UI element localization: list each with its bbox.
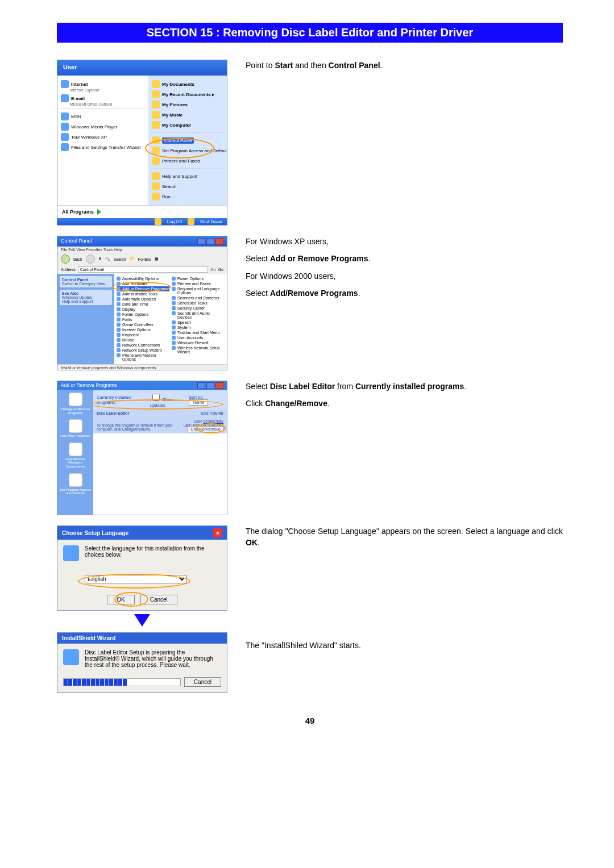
ok-button[interactable]: OK <box>107 595 134 604</box>
start-program-access[interactable]: Set Program Access and Defaults <box>151 145 225 156</box>
folder-icon <box>152 111 160 119</box>
start-recent-documents[interactable]: My Recent Documents ▸ <box>151 89 225 99</box>
cp-applet[interactable]: Scanners and Cameras <box>172 295 225 301</box>
cp-applet[interactable]: Add Hardware <box>117 281 169 286</box>
start-control-panel[interactable]: Control Panel <box>151 135 225 145</box>
step-3: Add or Remove Programs Change or Remove … <box>57 381 563 515</box>
cp-applet[interactable]: Network Setup Wizard <box>117 348 169 353</box>
arp-side-button[interactable]: Add/Remove Windows Components <box>60 443 91 469</box>
start-search[interactable]: Search <box>151 181 225 191</box>
cp-applet[interactable]: Regional and Language Options <box>172 286 225 295</box>
views-icon[interactable]: ▦ <box>155 257 159 261</box>
close-icon[interactable]: × <box>213 528 222 537</box>
arp-side-pane: Change or Remove ProgramsAdd New Program… <box>57 390 93 515</box>
start-fst[interactable]: Files and Settings Transfer Wizard <box>60 142 146 152</box>
change-remove-button[interactable]: Change/Remove <box>188 426 223 432</box>
cp-applet[interactable]: System <box>172 325 225 330</box>
start-my-pictures[interactable]: My Pictures <box>151 99 225 110</box>
cp-toolbar[interactable]: Back ⬆ 🔍Search 📁Folders ▦ <box>57 253 227 265</box>
sort-dropdown[interactable]: Name <box>189 399 208 406</box>
cp-icon-grid: Accessibility OptionsAdd HardwareAdd or … <box>114 274 227 364</box>
cp-help-support[interactable]: Help and Support <box>62 299 93 303</box>
screenshot-control-panel: Control Panel File Edit View Favorites T… <box>57 236 227 370</box>
cp-applet[interactable]: User Accounts <box>172 335 225 340</box>
start-all-programs[interactable]: All Programs <box>57 205 227 218</box>
logoff-button[interactable]: Log Off <box>167 219 182 224</box>
cp-applet[interactable]: Sounds and Audio Devices <box>172 311 225 320</box>
control-panel-icon <box>152 136 160 144</box>
arp-program-row[interactable]: Disc Label Editor Size 4.98MB <box>93 410 227 417</box>
window-buttons[interactable] <box>197 382 223 389</box>
arp-header: Currently installed programs: Show updat… <box>93 390 227 410</box>
cp-applet[interactable]: Power Options <box>172 276 225 281</box>
cancel-button[interactable]: Cancel <box>140 595 177 604</box>
wmp-icon <box>61 123 69 131</box>
start-msn[interactable]: MSN <box>60 111 146 122</box>
cp-applet[interactable]: Accessibility Options <box>117 276 169 281</box>
show-updates-checkbox[interactable] <box>152 394 160 401</box>
go-button[interactable]: Go <box>210 268 215 272</box>
cp-applet[interactable]: Printers and Faxes <box>172 281 225 286</box>
cp-applet[interactable]: Add or Remove Programs <box>117 286 169 291</box>
shutdown-button[interactable]: Shut Down <box>200 219 222 224</box>
start-printers-faxes[interactable]: Printers and Faxes <box>151 156 225 166</box>
cp-applet[interactable]: Administrative Tools <box>117 291 169 297</box>
cp-applet[interactable]: Taskbar and Start Menu <box>172 330 225 335</box>
page-number: 49 <box>57 716 563 725</box>
cp-applet[interactable]: Mouse <box>117 337 169 343</box>
cp-applet[interactable]: Windows Firewall <box>172 340 225 345</box>
arp-side-button[interactable]: Set Program Access and Defaults <box>60 473 91 495</box>
start-run[interactable]: Run... <box>151 191 225 202</box>
cp-applet[interactable]: Wireless Network Setup Wizard <box>172 345 225 354</box>
logoff-icon <box>155 218 161 225</box>
language-select[interactable]: English <box>85 575 187 583</box>
start-tour[interactable]: Tour Windows XP <box>60 132 146 142</box>
window-buttons[interactable] <box>197 238 223 245</box>
cp-applet[interactable]: Security Center <box>172 306 225 311</box>
cp-applet[interactable]: Keyboard <box>117 332 169 337</box>
up-icon[interactable]: ⬆ <box>98 257 102 261</box>
mail-icon <box>61 94 69 102</box>
page: SECTION 15 : Removing Disc Label Editor … <box>0 0 614 748</box>
cp-applet[interactable]: Scheduled Tasks <box>172 301 225 306</box>
cp-applet[interactable]: Fonts <box>117 317 169 322</box>
start-my-computer[interactable]: My Computer <box>151 120 225 130</box>
cp-applet[interactable]: Phone and Modem Options <box>117 353 169 362</box>
tour-icon <box>61 133 69 141</box>
cp-menubar[interactable]: File Edit View Favorites Tools Help <box>57 247 227 253</box>
search-icon[interactable]: 🔍 <box>105 257 110 261</box>
cp-applet[interactable]: Automatic Updates <box>117 297 169 302</box>
cp-applet[interactable]: Folder Options <box>117 312 169 317</box>
arp-side-button[interactable]: Change or Remove Programs <box>60 393 91 415</box>
cp-side-pane: Control PanelSwitch to Category View See… <box>57 274 114 364</box>
cancel-button[interactable]: Cancel <box>184 677 221 687</box>
start-wmp[interactable]: Windows Media Player <box>60 122 146 132</box>
cp-windows-update[interactable]: Windows Update <box>62 295 92 299</box>
cp-addressbar[interactable]: Address GoGo <box>57 265 227 274</box>
back-icon[interactable] <box>61 254 70 264</box>
cp-applet[interactable]: Display <box>117 307 169 312</box>
cp-applet[interactable]: Game Controllers <box>117 322 169 327</box>
search-icon <box>152 182 160 190</box>
start-my-music[interactable]: My Music <box>151 110 225 120</box>
cp-applet[interactable]: Internet Options <box>117 327 169 332</box>
screenshot-start-menu: User Internet Internet Explorer E-mail M… <box>57 60 227 226</box>
cp-applet[interactable]: Speech <box>172 320 225 325</box>
start-internet-sub: Internet Explorer <box>70 88 146 92</box>
start-my-documents[interactable]: My Documents <box>151 79 225 89</box>
start-menu-left-column: Internet Internet Explorer E-mail Micros… <box>57 76 148 205</box>
arp-titlebar: Add or Remove Programs <box>57 381 227 390</box>
cp-applet[interactable]: Date and Time <box>117 302 169 307</box>
forward-icon[interactable] <box>86 254 95 264</box>
screenshot-add-remove-programs: Add or Remove Programs Change or Remove … <box>57 381 227 515</box>
folders-icon[interactable]: 📁 <box>130 257 135 261</box>
address-input[interactable] <box>78 266 209 273</box>
folder-icon <box>152 101 160 108</box>
start-help-support[interactable]: Help and Support <box>151 171 225 181</box>
arrow-right-icon <box>97 209 101 215</box>
section-heading: SECTION 15 : Removing Disc Label Editor … <box>57 23 563 43</box>
arp-side-button[interactable]: Add New Programs <box>60 419 91 438</box>
cp-switch-view[interactable]: Switch to Category View <box>62 282 105 286</box>
cp-applet[interactable]: Network Connections <box>117 343 169 348</box>
transfer-icon <box>61 143 69 151</box>
